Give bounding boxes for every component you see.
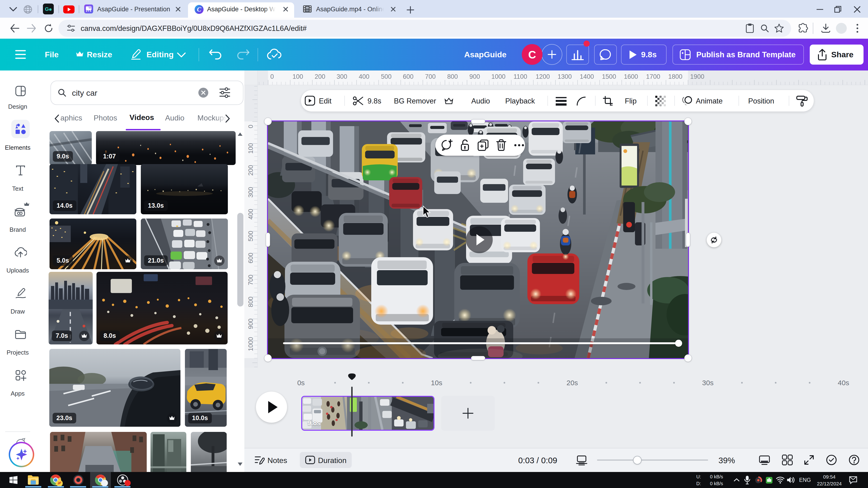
svg-text:C: C <box>197 6 202 13</box>
